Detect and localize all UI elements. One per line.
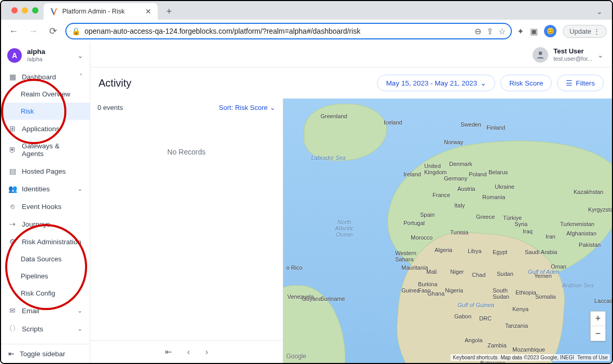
map-label-south-sudan: South Sudan xyxy=(493,287,509,300)
events-panel: 0 events Sort: Risk Score ⌄ No Records ⇤… xyxy=(90,99,283,363)
map-label-iceland: Iceland xyxy=(384,119,402,125)
user-name: Test User xyxy=(553,48,592,55)
map-label-orico: o Rico xyxy=(286,264,302,271)
tab-title: Platform Admin - Risk xyxy=(62,8,124,15)
sidebar-item-applications[interactable]: ⊞ Applications xyxy=(1,120,90,137)
map-label-austria: Austria xyxy=(457,186,475,192)
map-data-label: Map data ©2023 Google, INEGI xyxy=(500,355,574,360)
sidebar-item-risk-config[interactable]: Risk Config xyxy=(1,285,90,302)
map-label-iran: Iran xyxy=(546,233,555,240)
map-label-turkiye: Türkiye xyxy=(503,215,522,221)
events-count: 0 events xyxy=(97,104,123,111)
map[interactable]: Labrador Sea North Atlantic Ocean Arabia… xyxy=(283,99,612,363)
page-first-button[interactable]: ⇤ xyxy=(165,347,172,357)
nav-label: Dashboard xyxy=(22,73,74,81)
new-tab-button[interactable]: + xyxy=(162,4,176,19)
filter-icon: ☰ xyxy=(566,79,573,87)
user-text: Test User test.user@for... xyxy=(553,48,592,61)
chevron-down-icon: ⌄ xyxy=(77,307,82,314)
zoom-icon[interactable]: ⊖ xyxy=(475,26,481,36)
nav-label: Realm Overview xyxy=(21,90,82,98)
people-icon: 👥 xyxy=(8,185,17,193)
map-label-italy: Italy xyxy=(454,202,465,208)
map-label-libya: Libya xyxy=(468,248,481,254)
map-label-gabon: Gabon xyxy=(454,313,471,319)
browser-tab[interactable]: Platform Admin - Risk ✕ xyxy=(44,3,158,20)
map-label-mauritania: Mauritania xyxy=(401,264,428,271)
toggle-label: Toggle sidebar xyxy=(20,350,65,358)
close-window-button[interactable] xyxy=(11,7,18,13)
terms-link[interactable]: Terms of Use xyxy=(577,355,608,360)
tab-close-icon[interactable]: ✕ xyxy=(145,7,151,16)
risk-score-label: Risk Score xyxy=(509,79,543,87)
sidebar-item-identities[interactable]: 👥 Identities ⌄ xyxy=(1,180,90,198)
minimize-window-button[interactable] xyxy=(22,7,28,13)
forward-button[interactable]: → xyxy=(26,24,40,38)
map-label-angola: Angola xyxy=(465,337,482,343)
panel-icon[interactable]: ▣ xyxy=(530,26,538,36)
map-label-nigeria: Nigeria xyxy=(445,287,463,293)
map-label-iraq: Iraq xyxy=(523,228,533,234)
sidebar-item-hosted-pages[interactable]: ▤ Hosted Pages xyxy=(1,162,90,180)
reload-button[interactable]: ⟳ xyxy=(46,24,60,38)
map-attribution: Keyboard shortcuts Map data ©2023 Google… xyxy=(451,354,610,361)
sidebar-item-email[interactable]: ✉ Email ⌄ xyxy=(1,302,90,319)
main: Test User test.user@for... ⌄ Activity Ma… xyxy=(90,43,612,363)
nav-label: Email xyxy=(22,307,72,315)
sidebar-item-pipelines[interactable]: Pipelines xyxy=(1,268,90,285)
map-label-syria: Syria xyxy=(514,221,527,227)
sidebar-item-journeys[interactable]: ⇢ Journeys xyxy=(1,215,90,233)
date-range-button[interactable]: May 15, 2023 - May 21, 2023 ⌄ xyxy=(377,75,495,91)
back-button[interactable]: ← xyxy=(6,24,21,38)
map-label-mali: Mali xyxy=(426,269,437,275)
sidebar-item-gateways[interactable]: ⛨ Gateways & Agents xyxy=(1,137,90,162)
sidebar-item-risk-administration[interactable]: ⚙ Risk Administration xyxy=(1,233,90,250)
sidebar-item-realm-overview[interactable]: Realm Overview xyxy=(1,86,90,103)
profile-avatar-icon[interactable]: 😊 xyxy=(544,25,556,37)
chevron-down-icon: ⌄ xyxy=(480,79,486,87)
realm-info: alpha /alpha xyxy=(27,48,72,63)
sidebar-item-scripts[interactable]: 〈〉 Scripts ⌄ xyxy=(1,319,90,338)
chevron-down-icon: ⌄ xyxy=(77,51,83,60)
keyboard-shortcuts-link[interactable]: Keyboard shortcuts xyxy=(453,355,497,360)
risk-score-button[interactable]: Risk Score xyxy=(500,75,552,91)
map-label-somalia: Somalia xyxy=(535,293,556,300)
filters-label: Filters xyxy=(576,79,595,87)
realm-selector[interactable]: A alpha /alpha ⌄ xyxy=(1,43,90,68)
realm-path: /alpha xyxy=(27,56,72,63)
zoom-out-button[interactable]: − xyxy=(591,326,605,341)
sidebar-item-dashboard[interactable]: ▦ Dashboard ˄ xyxy=(1,68,90,86)
nav-label: Data Sources xyxy=(21,255,82,263)
nav-label: Risk xyxy=(21,107,82,115)
sidebar-item-event-hooks[interactable]: ⎋ Event Hooks xyxy=(1,198,90,215)
activity-actions: May 15, 2023 - May 21, 2023 ⌄ Risk Score… xyxy=(377,75,604,91)
page-prev-button[interactable]: ‹ xyxy=(187,347,190,357)
bookmark-icon[interactable]: ☆ xyxy=(498,26,506,36)
map-label-kenya: Kenya xyxy=(512,306,528,312)
sidebar-item-data-sources[interactable]: Data Sources xyxy=(1,250,90,268)
map-label-finland: Finland xyxy=(486,124,505,131)
map-label-portugal: Portugal xyxy=(403,220,425,226)
zoom-in-button[interactable]: + xyxy=(591,312,605,326)
maximize-window-button[interactable] xyxy=(32,7,38,13)
map-label-guyana: Guyana xyxy=(302,296,322,302)
code-icon: 〈〉 xyxy=(8,324,17,333)
browser-tabs-menu-icon[interactable]: ⌄ xyxy=(596,7,603,16)
realm-avatar: A xyxy=(7,48,22,63)
map-label-denmark: Denmark xyxy=(449,161,472,167)
user-menu[interactable]: Test User test.user@for... ⌄ xyxy=(533,47,604,63)
toggle-sidebar-button[interactable]: ⇤ Toggle sidebar xyxy=(1,344,90,363)
sidebar-item-risk[interactable]: Risk xyxy=(1,103,90,120)
page-next-button[interactable]: › xyxy=(205,347,208,357)
share-icon[interactable]: ⇪ xyxy=(486,26,493,36)
map-label-chad: Chad xyxy=(472,272,485,278)
chevron-down-icon: ⌄ xyxy=(77,185,82,192)
sort-button[interactable]: Sort: Risk Score ⌄ xyxy=(219,104,275,111)
update-button[interactable]: Update ⋮ xyxy=(563,25,607,38)
url-bar[interactable]: 🔒 openam-auto-access-qa-124.forgeblocks.… xyxy=(65,23,512,39)
map-label-oman: Oman xyxy=(551,263,566,270)
filters-button[interactable]: ☰ Filters xyxy=(557,75,604,91)
map-label-afghanistan: Afghanistan xyxy=(566,230,596,236)
map-label-poland: Poland xyxy=(469,171,486,177)
extensions-icon[interactable]: ✦ xyxy=(517,26,524,36)
